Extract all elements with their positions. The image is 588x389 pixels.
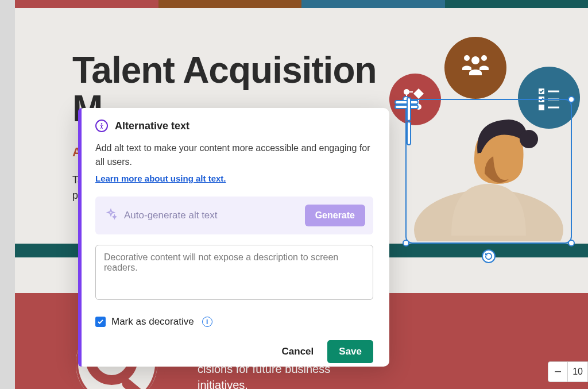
zoom-value[interactable]: 10 bbox=[568, 367, 587, 377]
alt-text-input[interactable] bbox=[95, 245, 373, 300]
modal-description: Add alt text to make your content more a… bbox=[95, 141, 373, 169]
resize-handle-bl[interactable] bbox=[403, 240, 409, 247]
cancel-button[interactable]: Cancel bbox=[278, 341, 318, 362]
generate-button[interactable]: Generate bbox=[305, 205, 365, 226]
resize-handle-right[interactable] bbox=[407, 121, 411, 145]
resize-handle-left[interactable] bbox=[407, 97, 411, 121]
decorative-label: Mark as decorative bbox=[111, 316, 194, 328]
rotate-handle[interactable] bbox=[482, 249, 496, 263]
auto-generate-label: Auto-generate alt text bbox=[124, 210, 298, 221]
svg-point-17 bbox=[101, 123, 103, 125]
svg-point-2 bbox=[404, 89, 409, 95]
auto-generate-row: Auto-generate alt text Generate bbox=[95, 197, 373, 234]
resize-handle-tr[interactable] bbox=[568, 96, 575, 103]
sparkle-icon bbox=[105, 208, 117, 223]
resize-handle-br[interactable] bbox=[568, 240, 575, 247]
alt-text-modal: Alternative text Add alt text to make yo… bbox=[78, 108, 389, 367]
top-color-bar bbox=[15, 0, 588, 8]
people-icon bbox=[444, 37, 506, 99]
zoom-controls: − 10 bbox=[548, 361, 588, 382]
svg-point-7 bbox=[481, 55, 487, 61]
info-icon[interactable]: i bbox=[202, 317, 212, 327]
zoom-out-button[interactable]: − bbox=[548, 362, 568, 382]
selection-bounding-box[interactable] bbox=[405, 99, 572, 244]
accessibility-icon bbox=[95, 120, 108, 132]
save-button[interactable]: Save bbox=[327, 340, 373, 363]
svg-point-5 bbox=[471, 56, 479, 64]
svg-point-6 bbox=[464, 55, 470, 61]
learn-more-link[interactable]: Learn more about using alt text. bbox=[95, 174, 226, 183]
decorative-checkbox[interactable] bbox=[95, 317, 106, 327]
modal-title: Alternative text bbox=[115, 120, 189, 132]
page-title-line1: Talent Acquisition bbox=[72, 49, 377, 91]
